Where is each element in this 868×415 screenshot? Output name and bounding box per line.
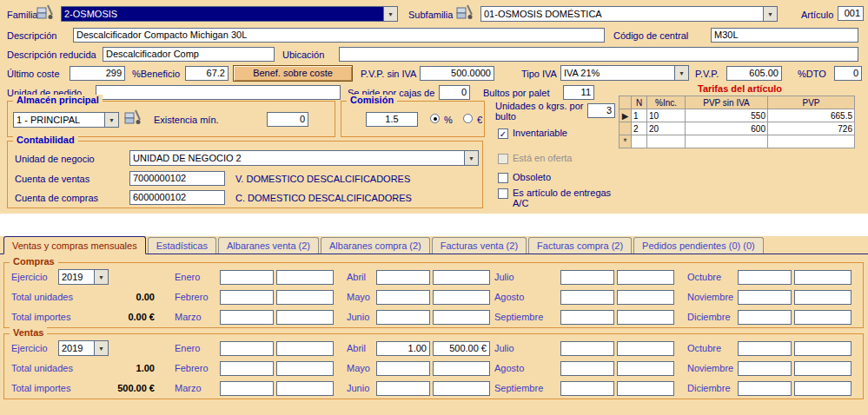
- existencia-min-field[interactable]: 0: [267, 112, 308, 127]
- month-units-field[interactable]: 1.00: [376, 341, 430, 356]
- month-amount-field[interactable]: [617, 270, 674, 285]
- hand-truck-icon[interactable]: [124, 109, 143, 127]
- month-units-field[interactable]: [220, 381, 274, 396]
- chevron-down-icon[interactable]: ▼: [674, 66, 688, 80]
- subfamilia-select[interactable]: 01-OSMOSIS DOMÉSTICA ▼: [480, 6, 778, 22]
- month-units-field[interactable]: [738, 361, 792, 376]
- chevron-down-icon[interactable]: ▼: [383, 7, 397, 21]
- cajas-field[interactable]: 0: [439, 85, 470, 100]
- tipo-iva-select[interactable]: IVA 21% ▼: [560, 65, 689, 81]
- comision-field[interactable]: 1.5: [366, 112, 418, 127]
- month-units-field[interactable]: [738, 310, 792, 325]
- month-units-field[interactable]: [220, 290, 274, 305]
- month-amount-field[interactable]: [276, 361, 334, 376]
- month-units-field[interactable]: [738, 270, 792, 285]
- month-units-field[interactable]: [560, 270, 614, 285]
- chevron-down-icon[interactable]: ▼: [464, 151, 478, 165]
- ventas-ejercicio-select[interactable]: 2019 ▼: [58, 340, 109, 356]
- ubicacion-field[interactable]: [339, 47, 858, 62]
- month-units-field[interactable]: [560, 361, 614, 376]
- tarifa-new-row-selector[interactable]: *: [620, 135, 632, 148]
- bultos-palet-field[interactable]: 11: [563, 85, 594, 100]
- month-units-field[interactable]: [738, 290, 792, 305]
- tarifa-row-selector[interactable]: [620, 122, 632, 135]
- inventariable-checkbox[interactable]: ✓ Inventariable: [498, 128, 567, 139]
- month-amount-field[interactable]: [794, 381, 851, 396]
- month-amount-field[interactable]: [617, 310, 674, 325]
- chevron-down-icon[interactable]: ▼: [94, 270, 108, 284]
- tarifa-cell[interactable]: 600: [686, 122, 768, 135]
- month-units-field[interactable]: [376, 310, 430, 325]
- unidad-pedido-field[interactable]: [96, 85, 341, 100]
- month-amount-field[interactable]: [794, 310, 851, 325]
- tarifa-cell[interactable]: [686, 135, 768, 148]
- entregas-ac-checkbox[interactable]: Es artículo de entregas A/C: [498, 188, 628, 208]
- tab-estadisticas[interactable]: Estadísticas: [148, 237, 216, 254]
- unidad-negocio-select[interactable]: UNIDAD DE NEGOCIO 2 ▼: [129, 150, 479, 166]
- articulo-field[interactable]: 001: [838, 6, 864, 21]
- month-units-field[interactable]: [376, 361, 430, 376]
- month-units-field[interactable]: [376, 290, 430, 305]
- pvp-field[interactable]: 605.00: [726, 66, 782, 81]
- month-amount-field[interactable]: [276, 270, 334, 285]
- descripcion-field[interactable]: Descalcificador Compacto Michigan 30L: [73, 28, 605, 43]
- tarifa-cell[interactable]: 10: [647, 109, 686, 122]
- chevron-down-icon[interactable]: ▼: [94, 341, 108, 355]
- month-units-field[interactable]: [560, 381, 614, 396]
- month-amount-field[interactable]: [276, 310, 334, 325]
- pvp-sin-iva-field[interactable]: 500.0000: [420, 66, 494, 81]
- month-amount-field[interactable]: [433, 270, 490, 285]
- unidades-bulto-field[interactable]: 3: [587, 103, 615, 118]
- tarifa-cell[interactable]: 2: [632, 122, 647, 135]
- month-amount-field[interactable]: [433, 361, 490, 376]
- month-units-field[interactable]: [560, 341, 614, 356]
- month-amount-field[interactable]: [617, 381, 674, 396]
- cuenta-compras-field[interactable]: 6000000102: [129, 190, 225, 205]
- tab-facturas-compra[interactable]: Facturas compra (2): [528, 237, 632, 254]
- comision-percent-radio[interactable]: [430, 114, 440, 123]
- month-amount-field[interactable]: 500.00 €: [433, 341, 490, 356]
- cuenta-ventas-field[interactable]: 7000000102: [129, 171, 225, 186]
- month-amount-field[interactable]: [433, 381, 490, 396]
- month-amount-field[interactable]: [794, 270, 851, 285]
- benef-sobre-coste-button[interactable]: Benef. sobre coste: [233, 65, 353, 82]
- month-units-field[interactable]: [220, 341, 274, 356]
- month-amount-field[interactable]: [617, 361, 674, 376]
- month-amount-field[interactable]: [794, 361, 851, 376]
- tab-pedidos-pendientes[interactable]: Pedidos pendientes (0) (0): [633, 237, 764, 254]
- familia-select[interactable]: 2-OSMOSIS ▼: [61, 6, 398, 22]
- month-amount-field[interactable]: [794, 341, 851, 356]
- tarifa-cell[interactable]: [647, 135, 686, 148]
- tarifa-cell[interactable]: 1: [632, 109, 647, 122]
- month-units-field[interactable]: [220, 361, 274, 376]
- month-units-field[interactable]: [376, 270, 430, 285]
- month-amount-field[interactable]: [433, 310, 490, 325]
- tarifa-cell[interactable]: [768, 135, 855, 148]
- month-units-field[interactable]: [220, 270, 274, 285]
- almacen-select[interactable]: 1 - PRINCIPAL ▼: [13, 112, 119, 128]
- month-amount-field[interactable]: [276, 290, 334, 305]
- tarifa-cell[interactable]: 726: [768, 122, 855, 135]
- month-amount-field[interactable]: [617, 341, 674, 356]
- beneficio-field[interactable]: 67.2: [185, 66, 229, 81]
- month-units-field[interactable]: [560, 290, 614, 305]
- month-amount-field[interactable]: [617, 290, 674, 305]
- month-units-field[interactable]: [738, 341, 792, 356]
- tarifa-cell[interactable]: [632, 135, 647, 148]
- obsoleto-checkbox[interactable]: Obsoleto: [498, 172, 551, 183]
- month-units-field[interactable]: [376, 381, 430, 396]
- month-amount-field[interactable]: [276, 381, 334, 396]
- tarifa-cell[interactable]: 665.5: [768, 109, 855, 122]
- hand-truck-icon[interactable]: [456, 3, 475, 22]
- hand-truck-icon[interactable]: [36, 3, 56, 22]
- month-amount-field[interactable]: [276, 341, 334, 356]
- compras-ejercicio-select[interactable]: 2019 ▼: [58, 269, 109, 285]
- month-units-field[interactable]: [220, 310, 274, 325]
- comision-euro-radio[interactable]: [463, 114, 473, 123]
- tab-ventas-compras-mensuales[interactable]: Ventas y compras mensuales: [3, 236, 146, 254]
- chevron-down-icon[interactable]: ▼: [763, 7, 777, 21]
- month-units-field[interactable]: [560, 310, 614, 325]
- tarifa-row-selector[interactable]: ▶: [620, 109, 632, 122]
- month-units-field[interactable]: [738, 381, 792, 396]
- tab-albaranes-compra[interactable]: Albaranes compra (2): [321, 237, 430, 254]
